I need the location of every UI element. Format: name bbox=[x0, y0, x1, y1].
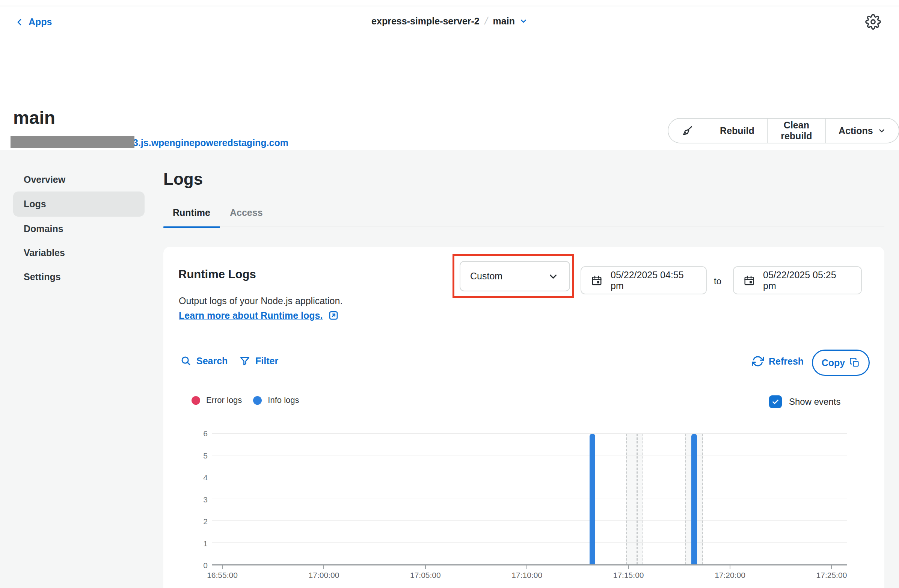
chart-bar bbox=[590, 434, 595, 564]
page: Apps express-simple-server-2 / main main bbox=[0, 0, 899, 588]
calendar-icon bbox=[591, 275, 602, 286]
redaction-box bbox=[11, 136, 134, 148]
runtime-logs-title: Runtime Logs bbox=[178, 268, 256, 281]
to-label: to bbox=[714, 276, 721, 287]
refresh-label: Refresh bbox=[769, 356, 803, 367]
external-link-icon bbox=[328, 310, 339, 321]
copy-button[interactable]: Copy bbox=[812, 350, 870, 376]
tabs-hairline bbox=[163, 226, 884, 227]
clean-broom-button[interactable] bbox=[669, 119, 707, 143]
copy-icon bbox=[850, 358, 860, 368]
time-range-select[interactable]: Custom bbox=[460, 261, 570, 292]
chart-x-labels: 16:55:0017:00:0017:05:0017:10:0017:15:00… bbox=[212, 571, 847, 582]
runtime-logs-description: Output logs of your Node.js application. bbox=[179, 295, 343, 306]
logs-page-title: Logs bbox=[163, 170, 203, 188]
filter-button[interactable]: Filter bbox=[239, 355, 278, 366]
filter-funnel-icon bbox=[239, 355, 250, 366]
page-title: main bbox=[13, 107, 55, 128]
broom-icon bbox=[681, 124, 694, 137]
date-from-value: 05/22/2025 04:55 pm bbox=[610, 270, 696, 292]
time-range-value: Custom bbox=[470, 271, 502, 282]
top-header: Apps express-simple-server-2 / main bbox=[0, 0, 899, 34]
show-events-label: Show events bbox=[789, 397, 840, 407]
chart-plot bbox=[212, 434, 847, 565]
logs-tabs: Runtime Access bbox=[163, 207, 273, 227]
info-logs-dot bbox=[253, 396, 262, 405]
chart-legend: Error logs Info logs bbox=[192, 395, 299, 405]
checkmark-icon bbox=[771, 398, 780, 406]
actions-label: Actions bbox=[839, 125, 873, 136]
gear-icon bbox=[865, 14, 882, 30]
build-actions-group: Rebuild Clean rebuild Actions bbox=[668, 118, 899, 144]
environment-switcher[interactable]: main bbox=[493, 16, 528, 27]
error-logs-label: Error logs bbox=[206, 395, 242, 405]
search-icon bbox=[180, 355, 192, 366]
sidebar-item-domains[interactable]: Domains bbox=[13, 217, 145, 241]
sidebar-item-variables[interactable]: Variables bbox=[13, 241, 145, 265]
breadcrumb-separator: / bbox=[483, 15, 489, 27]
learn-more-link[interactable]: Learn more about Runtime logs. bbox=[179, 310, 339, 321]
error-logs-dot bbox=[192, 396, 200, 405]
search-button[interactable]: Search bbox=[180, 355, 227, 366]
sidebar-item-overview[interactable]: Overview bbox=[13, 167, 145, 191]
clean-rebuild-button[interactable]: Clean rebuild bbox=[768, 119, 825, 143]
breadcrumb: express-simple-server-2 / main bbox=[0, 15, 899, 27]
date-to-field[interactable]: 05/22/2025 05:25 pm bbox=[733, 266, 862, 294]
breadcrumb-environment: main bbox=[493, 16, 515, 27]
app-url-visible-text: 3.js.wpenginepoweredstaging.com bbox=[133, 137, 289, 148]
chevron-down-icon bbox=[519, 17, 528, 25]
settings-gear-button[interactable] bbox=[865, 14, 882, 30]
app-header-section: main 3.js.wpenginepoweredstaging.com Reb… bbox=[0, 34, 899, 150]
top-hairline bbox=[0, 6, 899, 6]
runtime-logs-card: Runtime Logs Custom 05/22/2025 04:55 pm … bbox=[163, 247, 884, 588]
legend-item-info-logs: Info logs bbox=[253, 395, 299, 405]
breadcrumb-app-name: express-simple-server-2 bbox=[371, 16, 480, 27]
show-events-checkbox[interactable] bbox=[769, 395, 782, 408]
chart-y-labels: 0123456 bbox=[185, 434, 208, 565]
learn-more-label: Learn more about Runtime logs. bbox=[179, 310, 323, 321]
actions-dropdown-button[interactable]: Actions bbox=[826, 119, 899, 143]
date-to-value: 05/22/2025 05:25 pm bbox=[763, 270, 851, 292]
date-from-field[interactable]: 05/22/2025 04:55 pm bbox=[581, 266, 707, 294]
chart-bar bbox=[691, 434, 697, 564]
legend-item-error-logs: Error logs bbox=[192, 395, 242, 405]
tab-access[interactable]: Access bbox=[220, 207, 273, 227]
search-label: Search bbox=[196, 356, 227, 366]
refresh-icon bbox=[752, 355, 764, 367]
calendar-icon bbox=[743, 275, 755, 286]
refresh-button[interactable]: Refresh bbox=[752, 355, 803, 367]
tab-runtime[interactable]: Runtime bbox=[163, 207, 220, 227]
copy-label: Copy bbox=[822, 358, 845, 368]
sidebar-item-logs[interactable]: Logs bbox=[13, 191, 145, 217]
show-events-toggle[interactable]: Show events bbox=[769, 395, 840, 408]
chevron-down-icon bbox=[547, 271, 559, 282]
sidebar: Overview Logs Domains Variables Settings bbox=[13, 167, 145, 289]
rebuild-button[interactable]: Rebuild bbox=[707, 119, 767, 143]
info-logs-label: Info logs bbox=[268, 395, 299, 405]
sidebar-item-settings[interactable]: Settings bbox=[13, 265, 145, 289]
chevron-down-icon bbox=[877, 127, 886, 135]
filter-label: Filter bbox=[255, 356, 278, 366]
